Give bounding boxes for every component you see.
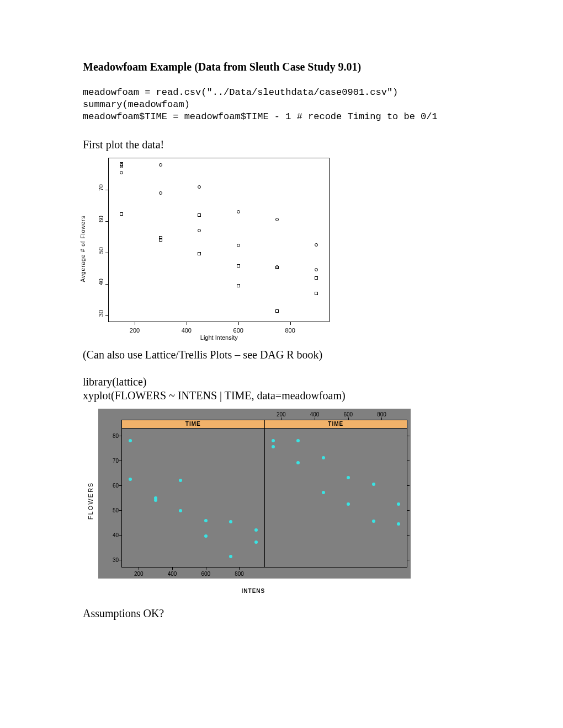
data-point [129,439,132,442]
data-point [159,238,162,242]
lattice-code-1: library(lattice) [83,376,480,388]
data-point [198,213,201,217]
data-point [159,163,162,167]
data-point [198,252,201,255]
first-plot-text: First plot the data! [83,138,480,151]
data-point [154,499,157,502]
lattice-note: (Can also use Lattice/Trellis Plots – se… [83,349,480,361]
data-point [229,520,232,523]
chart2-panel-left-body [122,428,264,567]
chart-lattice: FLOWERS INTENS TIME TIME 304050607080200… [83,409,411,593]
data-point [120,162,123,165]
data-point [296,461,300,464]
data-point [129,478,132,481]
data-point [159,191,162,195]
data-point [397,522,400,526]
data-point [204,519,208,522]
assumptions-text: Assumptions OK? [83,607,480,620]
chart2-panel-right: TIME [264,420,407,567]
data-point [179,509,182,512]
data-point [254,540,258,544]
data-point [322,491,325,494]
page-title: Meadowfoam Example (Data from Sleuth Cas… [83,61,480,73]
chart2-xlabel: INTENS [242,588,265,594]
data-point [315,276,318,280]
chart-base-scatter: Avgerage # of Flowers Light Intensity 30… [84,158,330,340]
data-point [315,268,318,271]
data-point [272,439,275,442]
chart1-xlabel: Light Intensity [200,334,238,341]
data-point [198,185,201,189]
code-block-1: meadowfoam = read.csv("../Data/sleuthdat… [83,87,480,123]
chart1-plot-area: 3040506070200400600800 [108,158,330,322]
data-point [315,292,318,295]
data-point [275,309,279,313]
data-point [237,244,240,247]
data-point [237,264,240,267]
chart2-panels: TIME TIME 304050607080200200400400600600… [121,420,407,568]
chart2-frame: TIME TIME 304050607080200200400400600600… [98,409,411,579]
data-point [322,456,325,459]
chart1-ylabel: Avgerage # of Flowers [80,216,86,282]
data-point [254,528,258,532]
data-point [179,479,182,482]
chart2-ylabel: FLOWERS [87,482,94,520]
data-point [237,210,240,213]
data-point [372,483,375,486]
lattice-code-2: xyplot(FLOWERS ~ INTENS | TIME, data=mea… [83,389,480,402]
data-point [229,555,232,558]
data-point [296,439,300,442]
data-point [198,229,201,232]
chart2-panel-left: TIME [122,420,264,567]
data-point [315,243,318,247]
strip-label-left: TIME [122,420,264,429]
data-point [204,534,208,538]
data-point [397,502,400,506]
data-point [275,266,279,269]
data-point [347,502,350,506]
data-point [372,520,375,523]
data-point [347,476,350,479]
data-point [237,284,240,287]
data-point [272,445,275,448]
chart2-panel-right-body [265,428,407,567]
strip-label-right: TIME [265,420,407,429]
data-point [120,171,123,174]
data-point [120,212,123,216]
data-point [275,218,279,221]
